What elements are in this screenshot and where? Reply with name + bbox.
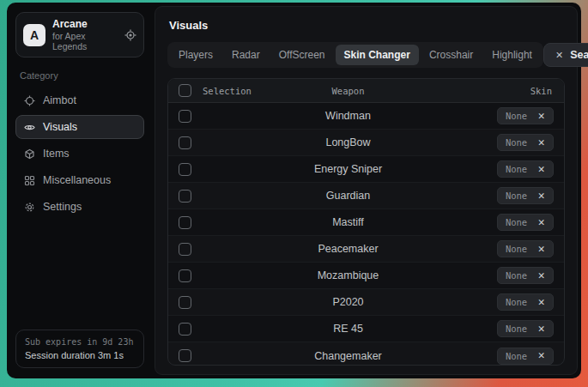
- skin-select[interactable]: None✕: [497, 293, 554, 311]
- app-logo: A: [23, 24, 45, 46]
- table-row: Changemaker None✕: [168, 342, 564, 366]
- app-header-card: A Arcane for Apex Legends: [15, 12, 144, 57]
- clear-skin-icon[interactable]: ✕: [537, 351, 545, 360]
- skin-select[interactable]: None✕: [497, 240, 554, 257]
- row-checkbox[interactable]: [179, 190, 191, 203]
- clear-skin-icon[interactable]: ✕: [537, 271, 545, 281]
- sidebar-item-miscellaneous[interactable]: Miscellaneous: [15, 168, 144, 192]
- sidebar-item-label: Miscellaneous: [43, 174, 111, 186]
- row-checkbox[interactable]: [179, 243, 191, 256]
- skin-select[interactable]: None✕: [497, 267, 554, 284]
- sidebar-item-label: Visuals: [43, 121, 77, 133]
- gear-icon: [24, 202, 35, 213]
- column-header-selection: Selection: [203, 86, 295, 96]
- skin-select[interactable]: None✕: [497, 107, 554, 124]
- skin-select[interactable]: None✕: [497, 348, 554, 365]
- sidebar-item-label: Items: [43, 148, 70, 160]
- row-checkbox[interactable]: [179, 323, 191, 336]
- search-button[interactable]: ✕ Search: [543, 43, 588, 67]
- clear-skin-icon[interactable]: ✕: [537, 191, 545, 201]
- clear-skin-icon[interactable]: ✕: [537, 138, 545, 148]
- skin-value: None: [506, 137, 527, 148]
- tabs-row: Players Radar OffScreen Skin Changer Cro…: [167, 42, 565, 68]
- tab-highlight[interactable]: Highlight: [483, 45, 541, 65]
- crosshair-icon: [24, 95, 35, 106]
- table-header-row: Selection Weapon Skin: [168, 79, 564, 103]
- weapon-name: LongBow: [295, 136, 401, 148]
- target-icon[interactable]: [124, 29, 136, 41]
- skin-value: None: [506, 324, 527, 334]
- weapon-name: P2020: [295, 296, 401, 308]
- search-button-label: Search: [570, 49, 588, 61]
- row-checkbox[interactable]: [179, 296, 191, 309]
- sidebar-item-items[interactable]: Items: [15, 142, 144, 166]
- sidebar-item-label: Settings: [43, 201, 82, 213]
- skin-select[interactable]: None✕: [497, 134, 554, 151]
- weapon-name: Changemaker: [295, 350, 401, 362]
- sidebar-item-aimbot[interactable]: Aimbot: [15, 88, 144, 112]
- row-checkbox[interactable]: [179, 136, 191, 149]
- table-row: Peacemaker None✕: [168, 236, 564, 263]
- search-icon: ✕: [555, 50, 563, 61]
- skin-value: None: [506, 190, 527, 201]
- select-all-checkbox[interactable]: [179, 84, 191, 97]
- tab-skin-changer[interactable]: Skin Changer: [336, 45, 419, 65]
- skin-value: None: [506, 217, 527, 227]
- main-panel: Visuals Players Radar OffScreen Skin Cha…: [155, 6, 578, 375]
- row-checkbox[interactable]: [179, 163, 191, 176]
- clear-skin-icon[interactable]: ✕: [537, 165, 545, 174]
- subscription-info-card: Sub expires in 9d 23h Session duration 3…: [15, 330, 144, 368]
- sidebar-item-settings[interactable]: Settings: [15, 195, 144, 219]
- app-subtitle: for Apex Legends: [52, 31, 118, 51]
- sidebar-item-label: Aimbot: [43, 94, 76, 106]
- page-title: Visuals: [169, 19, 563, 32]
- skin-select[interactable]: None✕: [497, 160, 554, 178]
- tab-radar[interactable]: Radar: [223, 45, 269, 65]
- weapon-name: Peacemaker: [295, 243, 401, 255]
- tab-crosshair[interactable]: Crosshair: [421, 45, 482, 65]
- table-row: Guardian None✕: [168, 183, 564, 209]
- sidebar: A Arcane for Apex Legends Category: [10, 6, 149, 375]
- row-checkbox[interactable]: [179, 349, 191, 362]
- clear-skin-icon[interactable]: ✕: [537, 245, 545, 254]
- table-row: Windman None✕: [168, 103, 564, 130]
- skin-value: None: [506, 270, 527, 281]
- grid-icon: [24, 175, 35, 186]
- table-row: LongBow None✕: [168, 130, 564, 156]
- row-checkbox[interactable]: [179, 216, 191, 229]
- table-row: Mastiff None✕: [168, 209, 564, 236]
- app-window: A Arcane for Apex Legends Category: [7, 3, 581, 378]
- app-name: Arcane: [52, 18, 118, 30]
- eye-icon: [24, 122, 35, 133]
- weapon-name: RE 45: [295, 323, 401, 335]
- row-checkbox[interactable]: [179, 110, 191, 123]
- skin-value: None: [506, 111, 527, 121]
- skin-select[interactable]: None✕: [497, 214, 554, 231]
- sub-expiry-text: Sub expires in 9d 23h: [25, 337, 135, 347]
- weapon-name: Guardian: [295, 190, 401, 202]
- skin-select[interactable]: None✕: [497, 187, 554, 204]
- skin-select[interactable]: None✕: [497, 320, 554, 337]
- weapon-name: Mastiff: [295, 216, 401, 228]
- weapon-name: Mozambique: [295, 269, 401, 281]
- row-checkbox[interactable]: [179, 269, 191, 282]
- table-row: Energy Sniper None✕: [168, 156, 564, 183]
- box-icon: [24, 148, 35, 160]
- sidebar-item-visuals[interactable]: Visuals: [15, 115, 144, 139]
- clear-skin-icon[interactable]: ✕: [537, 218, 545, 227]
- tab-bar: Players Radar OffScreen Skin Changer Cro…: [167, 42, 543, 68]
- clear-skin-icon[interactable]: ✕: [537, 112, 545, 121]
- session-duration-text: Session duration 3m 1s: [25, 350, 135, 360]
- table-row: RE 45 None✕: [168, 316, 564, 342]
- weapon-name: Energy Sniper: [295, 163, 401, 175]
- tab-offscreen[interactable]: OffScreen: [270, 45, 334, 65]
- table-row: Mozambique None✕: [168, 263, 564, 289]
- skin-value: None: [506, 164, 527, 174]
- weapon-name: Windman: [295, 110, 401, 122]
- category-label: Category: [20, 70, 140, 81]
- clear-skin-icon[interactable]: ✕: [537, 298, 545, 307]
- tab-players[interactable]: Players: [170, 45, 221, 65]
- clear-skin-icon[interactable]: ✕: [537, 324, 545, 334]
- skin-value: None: [506, 244, 527, 254]
- table-row: P2020 None✕: [168, 289, 564, 316]
